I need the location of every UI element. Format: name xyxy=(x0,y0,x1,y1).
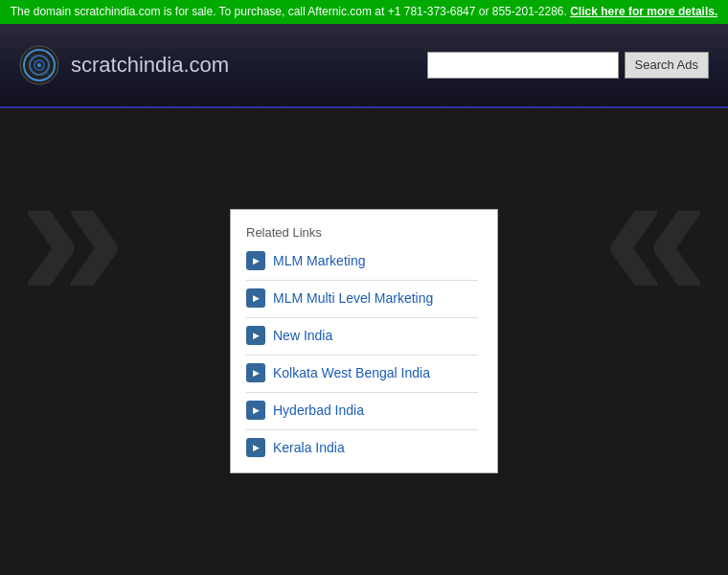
link-arrow-icon xyxy=(246,438,265,457)
link-text: New India xyxy=(273,328,332,343)
related-link-item[interactable]: New India xyxy=(246,326,478,345)
search-area: Search Ads xyxy=(427,52,710,79)
site-logo-icon xyxy=(19,45,59,85)
main-content: » « Related Links MLM Marketing MLM Mult… xyxy=(0,108,728,574)
logo-area: scratchindia.com xyxy=(19,45,229,85)
related-link-item[interactable]: MLM Marketing xyxy=(246,251,478,270)
link-arrow-icon xyxy=(246,363,265,382)
link-arrow-icon xyxy=(246,326,265,345)
banner-link[interactable]: Click here for more details. xyxy=(570,5,717,18)
related-link-item[interactable]: MLM Multi Level Marketing xyxy=(246,288,478,308)
link-arrow-icon xyxy=(246,401,265,420)
bg-left-symbol: » xyxy=(19,137,125,329)
related-links-box: Related Links MLM Marketing MLM Multi Le… xyxy=(230,209,498,473)
related-link-item[interactable]: Kolkata West Bengal India xyxy=(246,363,478,382)
link-arrow-icon xyxy=(246,288,265,308)
related-link-item[interactable]: Hyderbad India xyxy=(246,401,478,420)
bg-right-symbol: « xyxy=(603,137,709,329)
link-text: Hyderbad India xyxy=(273,402,364,418)
site-title: scratchindia.com xyxy=(71,53,229,78)
link-text: MLM Marketing xyxy=(273,253,365,268)
sale-banner: The domain scratchindia.com is for sale.… xyxy=(0,0,728,24)
search-button[interactable]: Search Ads xyxy=(625,52,710,79)
link-text: Kolkata West Bengal India xyxy=(273,365,430,380)
link-text: MLM Multi Level Marketing xyxy=(273,290,433,306)
links-container: MLM Marketing MLM Multi Level Marketing … xyxy=(246,251,478,457)
link-text: Kerala India xyxy=(273,440,345,455)
site-header: scratchindia.com Search Ads xyxy=(0,24,728,108)
banner-text: The domain scratchindia.com is for sale.… xyxy=(11,5,567,18)
related-links-title: Related Links xyxy=(246,225,478,240)
link-arrow-icon xyxy=(246,251,265,270)
search-input[interactable] xyxy=(427,52,619,79)
related-link-item[interactable]: Kerala India xyxy=(246,438,478,457)
